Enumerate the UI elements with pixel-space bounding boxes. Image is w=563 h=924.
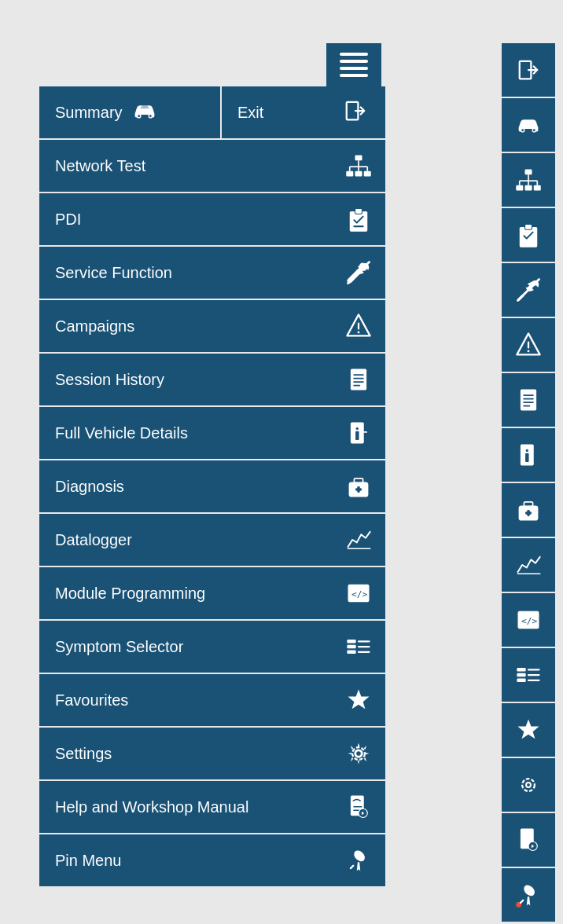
pdi-item[interactable]: PDI — [39, 193, 385, 247]
settings-label: Settings — [39, 745, 332, 763]
favourites-label: Favourites — [39, 691, 332, 710]
network-icon — [332, 139, 385, 192]
favourites-item[interactable]: Favourites — [39, 674, 385, 728]
svg-rect-36 — [347, 651, 355, 654]
exit-icon — [341, 97, 370, 129]
full-vehicle-details-label: Full Vehicle Details — [39, 424, 332, 442]
svg-rect-56 — [525, 185, 532, 191]
svg-point-19 — [358, 331, 360, 333]
svg-rect-6 — [346, 171, 353, 177]
summary-label: Summary — [55, 104, 123, 122]
help-workshop-label: Help and Workshop Manual — [39, 798, 332, 816]
svg-rect-57 — [534, 185, 541, 191]
module-programming-item[interactable]: Module Programming </> — [39, 567, 385, 621]
svg-point-67 — [528, 350, 530, 352]
svg-rect-66 — [528, 342, 529, 349]
hamburger-line-2 — [340, 60, 368, 63]
svg-rect-16 — [353, 226, 364, 227]
sidebar-clipboard-icon[interactable] — [502, 208, 555, 262]
svg-rect-30 — [355, 488, 362, 490]
sidebar-code-icon[interactable]: </> — [502, 593, 555, 647]
diagnosis-label: Diagnosis — [39, 478, 332, 496]
sidebar-medkit-icon[interactable] — [502, 483, 555, 537]
sidebar-warning-icon[interactable] — [502, 318, 555, 372]
svg-rect-75 — [525, 453, 529, 462]
symptom-selector-item[interactable]: Symptom Selector — [39, 621, 385, 674]
svg-marker-40 — [348, 690, 370, 710]
sidebar-wrench-icon[interactable] — [502, 263, 555, 317]
exit-item[interactable]: Exit — [220, 86, 385, 138]
sidebar-star-icon[interactable] — [502, 703, 555, 757]
hamburger-menu[interactable] — [326, 43, 381, 86]
svg-rect-70 — [523, 398, 534, 400]
svg-rect-5 — [355, 156, 362, 161]
service-function-label: Service Function — [39, 264, 332, 282]
svg-rect-78 — [525, 512, 532, 514]
session-history-label: Session History — [39, 371, 332, 389]
svg-point-26 — [356, 427, 359, 430]
svg-rect-24 — [353, 385, 360, 387]
sidebar-document-icon[interactable] — [502, 373, 555, 427]
sidebar-exit-icon[interactable] — [502, 43, 555, 97]
medkit-icon — [332, 460, 385, 513]
svg-point-91 — [527, 783, 530, 786]
svg-rect-87 — [528, 680, 540, 681]
diagnosis-item[interactable]: Diagnosis — [39, 460, 385, 514]
star-icon — [332, 673, 385, 727]
svg-rect-39 — [358, 651, 370, 653]
datalogger-item[interactable]: Datalogger — [39, 514, 385, 567]
svg-rect-69 — [523, 394, 534, 396]
network-test-item[interactable]: Network Test — [39, 140, 385, 193]
full-vehicle-details-item[interactable]: Full Vehicle Details — [39, 407, 385, 460]
pin-menu-item[interactable]: Pin Menu — [39, 834, 385, 888]
svg-rect-23 — [353, 381, 364, 383]
code-icon: </> — [332, 566, 385, 620]
sidebar-list-icon[interactable] — [502, 648, 555, 702]
sidebar-pin-icon[interactable] — [502, 868, 555, 922]
network-test-label: Network Test — [39, 157, 332, 175]
svg-point-48 — [352, 849, 367, 864]
hamburger-line-1 — [340, 53, 368, 56]
svg-rect-68 — [521, 390, 536, 411]
svg-rect-28 — [354, 478, 362, 483]
pin-menu-label: Pin Menu — [39, 852, 332, 870]
sidebar-car-icon[interactable] — [502, 98, 555, 152]
help-workshop-item[interactable]: Help and Workshop Manual — [39, 781, 385, 834]
settings-item[interactable]: Settings — [39, 728, 385, 781]
sidebar-network-icon[interactable] — [502, 153, 555, 207]
svg-rect-86 — [528, 674, 540, 676]
wrench-icon — [332, 246, 385, 299]
sidebar-manual-icon[interactable] — [502, 813, 555, 867]
svg-rect-64 — [525, 225, 532, 230]
pin-icon — [332, 834, 385, 887]
sidebar-chart-icon[interactable] — [502, 538, 555, 592]
service-function-item[interactable]: Service Function — [39, 247, 385, 300]
sidebar-info-icon[interactable] — [502, 428, 555, 482]
summary-item[interactable]: Summary — [39, 86, 220, 138]
summary-exit-row[interactable]: Summary Exit — [39, 86, 385, 140]
svg-rect-83 — [517, 673, 525, 677]
car-icon — [131, 97, 159, 129]
campaigns-item[interactable]: Campaigns — [39, 300, 385, 354]
svg-rect-54 — [525, 170, 532, 175]
main-container: Summary Exit — [0, 0, 563, 924]
svg-point-52 — [521, 129, 524, 131]
warning-icon — [332, 299, 385, 353]
hamburger-line-3 — [340, 67, 368, 70]
svg-point-2 — [138, 115, 140, 117]
svg-rect-37 — [358, 640, 370, 642]
svg-rect-84 — [517, 679, 525, 683]
svg-rect-46 — [353, 809, 359, 811]
session-history-item[interactable]: Session History — [39, 354, 385, 407]
svg-rect-22 — [353, 378, 364, 380]
pdi-label: PDI — [39, 211, 332, 229]
svg-point-74 — [526, 449, 528, 452]
svg-point-95 — [522, 883, 537, 898]
sidebar-gear-icon[interactable] — [502, 758, 555, 812]
symptom-selector-label: Symptom Selector — [39, 638, 332, 656]
svg-rect-35 — [347, 645, 355, 649]
module-programming-label: Module Programming — [39, 585, 332, 603]
info-icon — [332, 406, 385, 460]
clipboard-icon — [332, 192, 385, 246]
svg-point-53 — [533, 129, 535, 131]
